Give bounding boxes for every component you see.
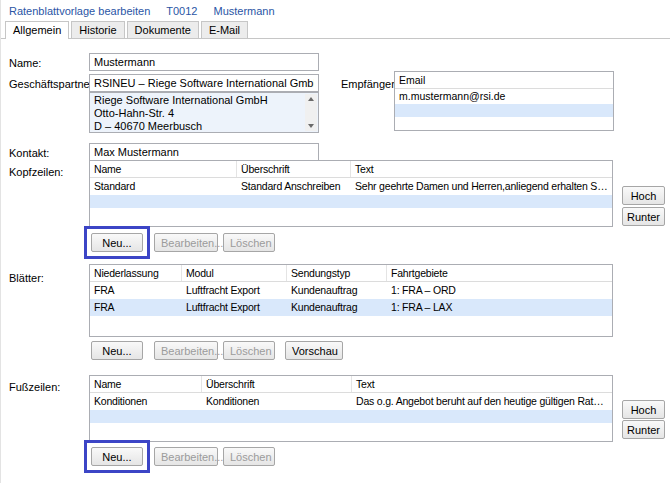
partner-address-line2: Otto-Hahn-Str. 4 (94, 107, 302, 120)
window-title-text: Ratenblattvorlage bearbeiten (9, 5, 150, 17)
fusszeilen-table[interactable]: Name Überschrift Text Konditionen Kondit… (89, 375, 613, 442)
kopfzeilen-cell-ueberschrift: Standard Anschreiben (237, 178, 351, 195)
kopfzeilen-cell-name: Standard (90, 178, 237, 195)
blaetter-column-sendungstyp[interactable]: Sendungstyp (287, 265, 387, 281)
blaetter-bearbeiten-button[interactable]: Bearbeiten... (154, 341, 218, 360)
fusszeilen-neu-button[interactable]: Neu... (91, 447, 143, 466)
fusszeilen-column-text[interactable]: Text (352, 376, 612, 392)
table-row[interactable]: FRA Luftfracht Export Kundenauftrag 1: F… (90, 282, 612, 299)
scroll-up-icon[interactable] (308, 97, 314, 101)
blaetter-column-niederlassung[interactable]: Niederlassung (90, 265, 182, 281)
blaetter-neu-button[interactable]: Neu... (91, 341, 143, 360)
blaetter-header-row: Niederlassung Modul Sendungstyp Fahrtgeb… (90, 265, 612, 282)
kopfzeilen-column-ueberschrift[interactable]: Überschrift (237, 161, 351, 177)
table-row-selected[interactable]: FRA Luftfracht Export Kundenauftrag 1: F… (90, 299, 612, 316)
tab-dokumente[interactable]: Dokumente (127, 21, 199, 38)
partner-address-line3: D – 40670 Meerbusch (94, 120, 302, 133)
blaetter-vorschau-button[interactable]: Vorschau (285, 341, 343, 360)
blaetter-cell: FRA (90, 299, 182, 316)
kopfzeilen-label: Kopfzeilen: (9, 166, 63, 178)
table-row[interactable]: Standard Standard Anschreiben Sehr geehr… (90, 178, 612, 195)
selected-row-highlight (395, 104, 613, 117)
window-title: Ratenblattvorlage bearbeitenT0012Musterm… (9, 5, 291, 17)
fusszeilen-column-ueberschrift[interactable]: Überschrift (202, 376, 352, 392)
empfaenger-column-header[interactable]: Email (395, 72, 613, 89)
name-label: Name: (9, 57, 41, 69)
kopfzeilen-neu-button[interactable]: Neu... (91, 233, 143, 252)
fusszeilen-bearbeiten-button[interactable]: Bearbeiten... (154, 447, 218, 466)
fusszeilen-cell-text: Das o.g. Angebot beruht auf den heutige … (352, 393, 612, 410)
kopfzeilen-column-name[interactable]: Name (90, 161, 237, 177)
blaetter-cell: FRA (90, 282, 182, 299)
address-scrollbar[interactable] (305, 94, 317, 131)
window-title-code: T0012 (166, 5, 197, 17)
scroll-down-icon[interactable] (308, 124, 314, 128)
blaetter-table[interactable]: Niederlassung Modul Sendungstyp Fahrtgeb… (89, 264, 613, 337)
kopfzeilen-loeschen-button[interactable]: Löschen (223, 233, 275, 252)
empfaenger-row[interactable]: m.mustermann@rsi.de (395, 89, 613, 104)
partner-input[interactable] (89, 74, 319, 92)
kopfzeilen-table[interactable]: Name Überschrift Text Standard Standard … (89, 160, 613, 227)
fusszeilen-header-row: Name Überschrift Text (90, 376, 612, 393)
kopfzeilen-bearbeiten-button[interactable]: Bearbeiten... (154, 233, 218, 252)
tab-historie[interactable]: Historie (71, 21, 124, 38)
fusszeilen-column-name[interactable]: Name (90, 376, 202, 392)
fusszeilen-hoch-button[interactable]: Hoch (622, 400, 665, 419)
fusszeilen-label: Fußzeilen: (9, 381, 60, 393)
blaetter-label: Blätter: (9, 272, 44, 284)
blaetter-column-fahrtgebiete[interactable]: Fahrtgebiete (387, 265, 612, 281)
fusszeilen-cell-name: Konditionen (90, 393, 202, 410)
blaetter-loeschen-button[interactable]: Löschen (223, 341, 275, 360)
kontakt-input[interactable] (89, 143, 319, 161)
kopfzeilen-hoch-button[interactable]: Hoch (622, 186, 665, 205)
blaetter-cell: 1: FRA – LAX (387, 299, 612, 316)
blaetter-column-modul[interactable]: Modul (182, 265, 287, 281)
kopfzeilen-header-row: Name Überschrift Text (90, 161, 612, 178)
kontakt-label: Kontakt: (9, 147, 49, 159)
partner-label: Geschäftspartner: (9, 78, 96, 90)
window-title-name: Mustermann (213, 5, 274, 17)
empfaenger-label: Empfänger: (341, 78, 398, 90)
tab-email[interactable]: E-Mail (201, 21, 248, 38)
kopfzeilen-runter-button[interactable]: Runter (622, 207, 665, 226)
empfaenger-list[interactable]: Email m.mustermann@rsi.de (394, 71, 614, 131)
tab-allgemein[interactable]: Allgemein (5, 21, 69, 39)
tab-bar: Allgemein Historie Dokumente E-Mail (1, 21, 670, 39)
blaetter-cell: Kundenauftrag (287, 282, 387, 299)
blaetter-cell: Kundenauftrag (287, 299, 387, 316)
fusszeilen-runter-button[interactable]: Runter (622, 420, 665, 439)
name-input[interactable] (89, 53, 319, 71)
blaetter-cell: Luftfracht Export (182, 299, 287, 316)
partner-address-box[interactable]: Riege Software International GmbH Otto-H… (89, 92, 319, 133)
window: Ratenblattvorlage bearbeitenT0012Musterm… (0, 0, 670, 483)
blaetter-cell: Luftfracht Export (182, 282, 287, 299)
fusszeilen-cell-ueberschrift: Konditionen (202, 393, 352, 410)
kopfzeilen-cell-text: Sehr geehrte Damen und Herren,anliegend … (351, 178, 612, 195)
fusszeilen-loeschen-button[interactable]: Löschen (223, 447, 275, 466)
kopfzeilen-column-text[interactable]: Text (351, 161, 612, 177)
selected-row-highlight (90, 410, 612, 423)
partner-address-line1: Riege Software International GmbH (94, 94, 302, 107)
selected-row-highlight (90, 195, 612, 208)
table-row[interactable]: Konditionen Konditionen Das o.g. Angebot… (90, 393, 612, 410)
blaetter-cell: 1: FRA – ORD (387, 282, 612, 299)
